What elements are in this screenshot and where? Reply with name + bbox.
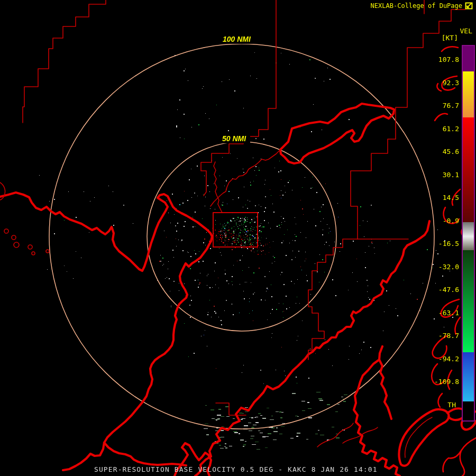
colorbar-tick: 45.6 [443,148,459,156]
colorbar-tick: 92.3 [443,79,459,87]
colorbar-tick: 30.1 [443,171,459,179]
colorbar-tick: 14.5 [443,194,459,202]
colorbar-tick: 61.2 [443,125,459,133]
colorbar-segment [463,401,474,420]
colorbar-segment [463,236,474,250]
range-ring-label-50: 50 NMI [219,134,250,143]
cod-logo-icon [465,2,473,10]
colorbar-segment [463,352,474,401]
colorbar-tick: -32.0 [438,263,459,271]
colorbar-tick: -109.8 [434,378,459,386]
colorbar-tick: -0.9 [443,217,459,225]
colorbar-segment [463,117,474,222]
colorbar-tick: -63.1 [438,309,459,317]
colorbar-segment [463,250,474,352]
colorbar-segment [463,71,474,117]
svg-text:100 NMI: 100 NMI [223,35,251,43]
colorbar-tick: -78.7 [438,332,459,340]
range-ring-100 [49,44,434,429]
colorbar-threshold-label: TH [447,401,456,409]
svg-text:50 NMI: 50 NMI [222,134,246,143]
colorbar-segment [463,222,474,236]
velocity-colorbar [462,45,475,422]
colorbar-tick: 76.7 [443,102,459,110]
map-boundaries [0,0,476,476]
colorbar-tick: 107.8 [438,56,459,64]
colorbar-tick: -47.6 [438,286,459,294]
colorbar-segment [463,46,474,71]
site-title-text: NEXLAB-College of DuPage [371,2,462,10]
center-map-rectangle [213,213,258,247]
colorbar-title: VEL [460,27,472,35]
map-overlay: 100 NMI 50 NMI [0,0,476,476]
colorbar-tick: -94.2 [438,355,459,363]
range-ring-label-100: 100 NMI [219,34,254,44]
product-caption: SUPER-RESOLUTION BASE VELOCITY 0.5 DEG -… [94,465,378,473]
colorbar-tick: -16.5 [438,240,459,248]
radar-display: 100 NMI 50 NMI NEXLAB-College of DuPage … [0,0,476,476]
site-title: NEXLAB-College of DuPage [371,2,473,10]
colorbar-units: [KT] [442,34,458,42]
